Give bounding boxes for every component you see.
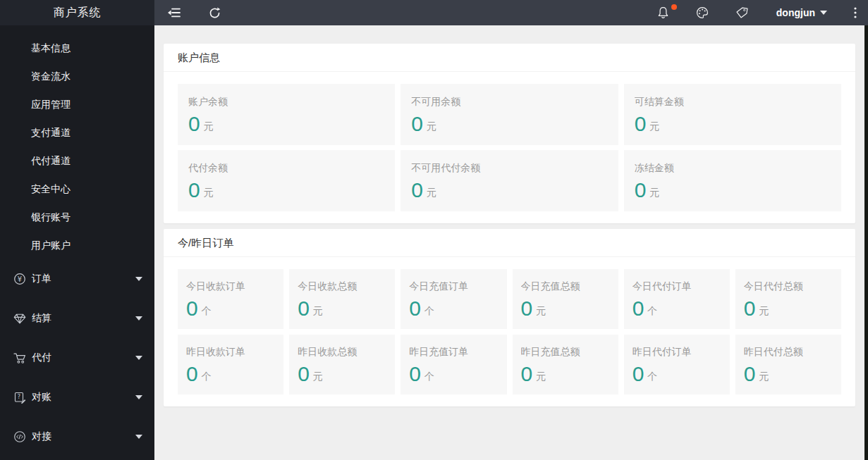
tag-button[interactable] xyxy=(735,6,748,19)
sidebar-group-orders[interactable]: ¥ 订单 xyxy=(0,259,154,299)
stat-label: 昨日代付订单 xyxy=(632,346,721,359)
sidebar-group-label: 代付 xyxy=(32,352,51,364)
account-card-title: 账户信息 xyxy=(164,44,855,72)
stat-unit: 个 xyxy=(202,371,212,385)
stat-value: 0 xyxy=(298,298,310,319)
account-stats-grid: 账户余额 0元 不可用余额 0元 可结算金额 0元 代付余额 0元 不可用代付余… xyxy=(164,72,855,223)
stat-today-receive-total: 今日收款总额 0元 xyxy=(289,269,395,329)
stat-unit: 元 xyxy=(759,305,769,319)
svg-text:¥: ¥ xyxy=(18,275,22,283)
stat-unit: 元 xyxy=(313,305,323,319)
username: dongjun xyxy=(776,7,815,18)
sidebar-group-reconciliation[interactable]: ? 对账 xyxy=(0,378,154,417)
notification-dot xyxy=(671,4,677,10)
app-title: 商户系统 xyxy=(54,6,102,20)
sidebar-item-label: 安全中心 xyxy=(31,183,71,194)
stat-label: 昨日充值订单 xyxy=(409,346,498,359)
stat-label: 今日收款总额 xyxy=(298,280,386,293)
stat-value: 0 xyxy=(186,363,198,385)
user-menu[interactable]: dongjun xyxy=(776,7,827,18)
stat-value: 0 xyxy=(635,180,647,201)
stat-label: 今日充值订单 xyxy=(409,280,498,293)
stat-unit: 个 xyxy=(424,371,434,385)
sidebar-item-label: 基本信息 xyxy=(31,42,71,54)
sidebar-item-label: 银行账号 xyxy=(31,211,71,223)
sidebar-item-label: 支付通道 xyxy=(31,127,71,138)
tag-icon xyxy=(735,6,748,19)
collapse-sidebar-button[interactable] xyxy=(167,7,181,18)
theme-button[interactable] xyxy=(696,6,709,19)
stat-value: 0 xyxy=(744,298,756,319)
sidebar-item-user-account[interactable]: 用户账户 xyxy=(0,231,154,259)
stat-unit: 元 xyxy=(427,187,436,201)
stat-unit: 元 xyxy=(204,120,214,135)
chevron-down-icon xyxy=(135,435,142,439)
sidebar: 商户系统 基本信息 资金流水 应用管理 支付通道 代付通道 安全中心 银行账号 … xyxy=(0,0,154,460)
stat-unit: 元 xyxy=(536,371,546,385)
stat-unit: 元 xyxy=(204,187,214,201)
sidebar-item-security-center[interactable]: 安全中心 xyxy=(0,175,154,203)
sidebar-group-settlement[interactable]: 结算 xyxy=(0,299,154,338)
svg-text:?: ? xyxy=(17,394,20,400)
bell-icon xyxy=(657,6,669,19)
page-scrollbar[interactable] xyxy=(864,25,868,460)
stat-unit: 个 xyxy=(647,371,657,385)
stat-value: 0 xyxy=(635,113,647,135)
more-vertical-icon xyxy=(854,7,857,18)
topbar: dongjun xyxy=(154,0,868,25)
sidebar-group-integration[interactable]: 对接 xyxy=(0,417,154,456)
sidebar-item-payout-channel[interactable]: 代付通道 xyxy=(0,147,154,175)
sidebar-group-label: 对接 xyxy=(32,430,51,443)
stat-today-payout-total: 今日代付总额 0元 xyxy=(735,269,841,329)
stat-label: 今日代付订单 xyxy=(632,280,721,293)
more-menu-button[interactable] xyxy=(854,7,857,18)
topbar-right: dongjun xyxy=(630,6,857,19)
sidebar-group-label: 结算 xyxy=(32,312,51,325)
refresh-icon xyxy=(209,7,221,19)
chevron-down-icon xyxy=(135,395,142,399)
chevron-down-icon xyxy=(135,277,142,281)
stat-unavailable-payout-balance: 不可用代付余额 0元 xyxy=(401,150,618,211)
stat-label: 代付余额 xyxy=(188,162,384,175)
orders-stats-grid: 今日收款订单 0个 今日收款总额 0元 今日充值订单 0个 今日充值总额 0元 … xyxy=(164,257,855,406)
cny-circle-icon: ¥ xyxy=(13,273,26,285)
stat-settleable-amount: 可结算金额 0元 xyxy=(624,84,841,145)
notifications-button[interactable] xyxy=(657,6,669,19)
sidebar-group-label: 订单 xyxy=(32,273,51,285)
sidebar-item-label: 代付通道 xyxy=(31,155,71,166)
stat-account-balance: 账户余额 0元 xyxy=(178,84,395,145)
orders-card: 今/昨日订单 今日收款订单 0个 今日收款总额 0元 今日充值订单 0个 今日充… xyxy=(164,229,855,406)
stat-payout-balance: 代付余额 0元 xyxy=(178,150,395,211)
account-info-card: 账户信息 账户余额 0元 不可用余额 0元 可结算金额 0元 代付余额 0元 不… xyxy=(164,44,855,223)
sidebar-item-label: 应用管理 xyxy=(31,99,71,110)
stat-value: 0 xyxy=(409,363,421,385)
chevron-down-icon xyxy=(135,356,142,360)
chevron-down-icon xyxy=(135,316,142,321)
sidebar-item-bank-account[interactable]: 银行账号 xyxy=(0,203,154,231)
stat-label: 可结算金额 xyxy=(635,96,831,108)
stat-value: 0 xyxy=(632,363,644,385)
stat-label: 今日代付总额 xyxy=(744,280,833,293)
sidebar-group-label: 对账 xyxy=(32,391,51,404)
sidebar-menu: 基本信息 资金流水 应用管理 支付通道 代付通道 安全中心 银行账号 用户账户 … xyxy=(0,25,154,456)
sidebar-group-payout[interactable]: 代付 xyxy=(0,338,154,378)
gem-icon xyxy=(13,312,26,325)
refresh-button[interactable] xyxy=(209,7,221,19)
stat-unit: 个 xyxy=(424,305,434,319)
stat-label: 今日充值总额 xyxy=(521,280,610,293)
stat-value: 0 xyxy=(298,363,310,385)
stat-value: 0 xyxy=(744,363,756,385)
stat-label: 冻结金额 xyxy=(635,162,831,175)
cart-icon xyxy=(13,352,26,364)
stat-yesterday-receive-total: 昨日收款总额 0元 xyxy=(289,335,395,394)
stat-label: 昨日代付总额 xyxy=(744,346,833,359)
sidebar-item-app-management[interactable]: 应用管理 xyxy=(0,90,154,118)
stat-label: 不可用余额 xyxy=(411,96,607,108)
form-edit-icon: ? xyxy=(13,391,26,404)
sidebar-item-fund-flow[interactable]: 资金流水 xyxy=(0,62,154,90)
stat-unit: 元 xyxy=(649,120,659,135)
sidebar-item-basic-info[interactable]: 基本信息 xyxy=(0,34,154,62)
sidebar-item-payment-channel[interactable]: 支付通道 xyxy=(0,118,154,147)
stat-value: 0 xyxy=(411,180,423,201)
stat-yesterday-payout-orders: 昨日代付订单 0个 xyxy=(624,335,730,394)
